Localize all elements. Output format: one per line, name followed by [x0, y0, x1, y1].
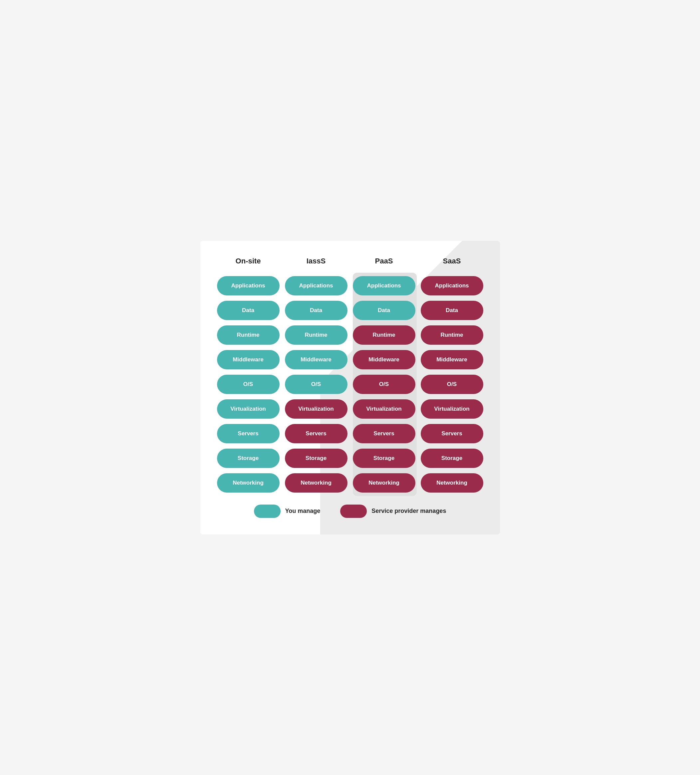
- pill-middleware-col3: Middleware: [421, 350, 483, 369]
- legend-teal-pill: [254, 505, 280, 518]
- pill-runtime-col3: Runtime: [421, 325, 483, 345]
- pill-data-col3: Data: [421, 301, 483, 320]
- pill-middleware-col1: Middleware: [285, 350, 348, 369]
- pill-servers-col3: Servers: [421, 424, 483, 443]
- pill-networking-col2: Networking: [353, 473, 415, 492]
- col-header-paas: PaaS: [353, 254, 415, 268]
- pill-storage-col2: Storage: [353, 449, 415, 468]
- legend-teal-label: You manage: [285, 507, 320, 515]
- grid-body: ApplicationsApplicationsApplicationsAppl…: [217, 276, 483, 492]
- pill-o-s-col1: O/S: [285, 375, 348, 394]
- pill-virtualization-col1: Virtualization: [285, 399, 348, 419]
- legend-red-pill: [340, 505, 367, 518]
- pill-runtime-col0: Runtime: [217, 325, 280, 345]
- pill-applications-col0: Applications: [217, 276, 280, 295]
- legend: You manage Service provider manages: [217, 505, 483, 518]
- col-header-iaas: IassS: [285, 254, 348, 268]
- pill-virtualization-col0: Virtualization: [217, 399, 280, 419]
- pill-data-col2: Data: [353, 301, 415, 320]
- pill-o-s-col3: O/S: [421, 375, 483, 394]
- pill-servers-col1: Servers: [285, 424, 348, 443]
- pill-data-col0: Data: [217, 301, 280, 320]
- legend-red-label: Service provider manages: [372, 507, 446, 515]
- legend-red: Service provider manages: [340, 505, 446, 518]
- pill-networking-col0: Networking: [217, 473, 280, 492]
- pill-o-s-col0: O/S: [217, 375, 280, 394]
- pill-runtime-col1: Runtime: [285, 325, 348, 345]
- col-header-onsite: On-site: [217, 254, 280, 268]
- pill-servers-col2: Servers: [353, 424, 415, 443]
- pill-applications-col2: Applications: [353, 276, 415, 295]
- pill-storage-col0: Storage: [217, 449, 280, 468]
- pill-data-col1: Data: [285, 301, 348, 320]
- pill-servers-col0: Servers: [217, 424, 280, 443]
- diagram-container: On-site IassS PaaS SaaS ApplicationsAppl…: [201, 241, 500, 534]
- pill-networking-col1: Networking: [285, 473, 348, 492]
- pill-runtime-col2: Runtime: [353, 325, 415, 345]
- col-header-saas: SaaS: [421, 254, 483, 268]
- pill-virtualization-col2: Virtualization: [353, 399, 415, 419]
- pill-storage-col3: Storage: [421, 449, 483, 468]
- pill-o-s-col2: O/S: [353, 375, 415, 394]
- legend-teal: You manage: [254, 505, 320, 518]
- pill-storage-col1: Storage: [285, 449, 348, 468]
- pill-middleware-col0: Middleware: [217, 350, 280, 369]
- pill-applications-col1: Applications: [285, 276, 348, 295]
- pill-middleware-col2: Middleware: [353, 350, 415, 369]
- pill-virtualization-col3: Virtualization: [421, 399, 483, 419]
- header-row: On-site IassS PaaS SaaS: [217, 254, 483, 268]
- grid-wrapper: ApplicationsApplicationsApplicationsAppl…: [217, 276, 483, 492]
- pill-applications-col3: Applications: [421, 276, 483, 295]
- pill-networking-col3: Networking: [421, 473, 483, 492]
